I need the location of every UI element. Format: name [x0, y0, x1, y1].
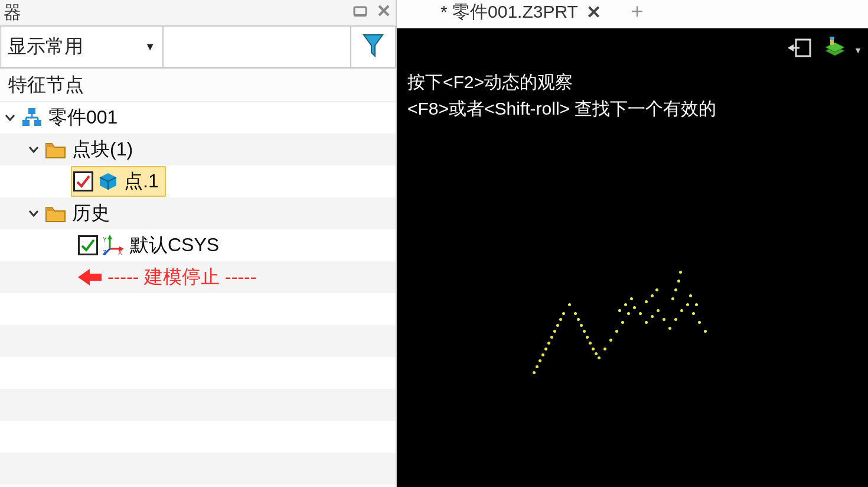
funnel-icon — [363, 33, 384, 61]
svg-marker-15 — [107, 235, 112, 239]
close-icon[interactable] — [376, 2, 392, 23]
panel-titlebar: 器 — [0, 0, 396, 26]
folder-icon — [45, 204, 66, 223]
arrow-left-icon — [78, 268, 102, 287]
dropdown-label: 显示常用 — [8, 34, 83, 60]
folder-icon — [45, 140, 66, 159]
selected-highlight: 点.1 — [71, 166, 166, 197]
tab-label: * 零件001.Z3PRT — [440, 0, 578, 24]
svg-marker-24 — [788, 44, 794, 51]
filter-button[interactable] — [350, 25, 396, 68]
tree-node-label: 历史 — [72, 200, 110, 226]
plus-icon: ＋ — [627, 0, 647, 21]
filter-row: 显示常用 ▼ — [0, 26, 396, 69]
panel-title-fragment: 器 — [4, 1, 21, 25]
caret-down-icon[interactable]: ▼ — [854, 46, 862, 55]
display-mode-dropdown[interactable]: 显示常用 ▼ — [0, 25, 164, 68]
visibility-checkbox[interactable] — [78, 235, 98, 255]
svg-rect-0 — [354, 7, 366, 15]
document-tab-bar: * 零件001.Z3PRT ✕ ＋ — [397, 0, 868, 28]
empty-row — [0, 293, 396, 325]
tree-node-label: 点.1 — [124, 168, 159, 194]
viewport-toolbar: ▼ — [788, 37, 862, 63]
tree-item-point1[interactable]: 点.1 — [0, 165, 396, 197]
hint-line-1: 按下<F2>动态的观察 — [407, 69, 716, 95]
tree-node-label: 点块(1) — [72, 137, 133, 163]
chevron-down-icon[interactable] — [2, 110, 18, 125]
filter-text-input[interactable] — [162, 25, 351, 68]
svg-text:X: X — [118, 249, 122, 256]
cube-icon — [98, 171, 118, 191]
empty-row — [0, 453, 396, 485]
tree-node-label: 零件001 — [48, 105, 118, 131]
tree-modeling-stop[interactable]: ----- 建模停止 ----- — [0, 261, 396, 293]
viewport-hint-text: 按下<F2>动态的观察 <F8>或者<Shift-roll> 查找下一个有效的 — [407, 69, 716, 122]
tree-root-part[interactable]: 零件001 — [0, 102, 396, 134]
exit-icon[interactable] — [788, 37, 812, 63]
svg-rect-6 — [22, 120, 30, 126]
tree-item-default-csys[interactable]: Y X Z 默认CSYS — [0, 229, 396, 261]
new-tab-button[interactable]: ＋ — [627, 0, 647, 28]
point-cloud-geometry — [527, 265, 846, 395]
panel-window-controls — [352, 2, 392, 23]
hint-line-2: <F8>或者<Shift-roll> 查找下一个有效的 — [407, 95, 716, 122]
section-header: 特征节点 — [0, 69, 396, 102]
document-tab[interactable]: * 零件001.Z3PRT ✕ — [432, 0, 609, 28]
hierarchy-icon — [21, 107, 43, 128]
empty-row — [0, 357, 396, 389]
chevron-down-icon[interactable] — [26, 206, 41, 221]
empty-row — [0, 421, 396, 453]
tree-group-pointblock[interactable]: 点块(1) — [0, 134, 396, 165]
minimize-icon[interactable] — [352, 2, 368, 23]
svg-text:Y: Y — [103, 236, 107, 243]
feature-tree-panel: 器 显示常用 ▼ 特征节点 — [0, 0, 397, 487]
chevron-down-icon[interactable] — [26, 142, 41, 157]
svg-rect-5 — [28, 108, 35, 114]
caret-down-icon: ▼ — [145, 41, 155, 53]
visibility-checkbox[interactable] — [73, 171, 93, 191]
svg-rect-7 — [34, 120, 41, 126]
empty-row — [0, 325, 396, 357]
svg-text:Z: Z — [103, 249, 106, 256]
stack-icon[interactable] — [822, 37, 844, 63]
svg-marker-4 — [364, 35, 383, 56]
empty-row — [0, 389, 396, 421]
viewport-panel: * 零件001.Z3PRT ✕ ＋ ▼ 按下<F2>动态的观察 <F8>或者<S… — [397, 0, 868, 487]
csys-icon: Y X Z — [103, 235, 124, 256]
3d-viewport[interactable]: ▼ 按下<F2>动态的观察 <F8>或者<Shift-roll> 查找下一个有效… — [397, 28, 868, 487]
tree-node-label: ----- 建模停止 ----- — [107, 264, 256, 290]
feature-tree: 零件001 点块(1) 点.1 — [0, 102, 396, 487]
svg-marker-22 — [78, 269, 102, 285]
close-icon[interactable]: ✕ — [586, 2, 601, 22]
tree-group-history[interactable]: 历史 — [0, 197, 396, 229]
tree-node-label: 默认CSYS — [130, 232, 219, 258]
